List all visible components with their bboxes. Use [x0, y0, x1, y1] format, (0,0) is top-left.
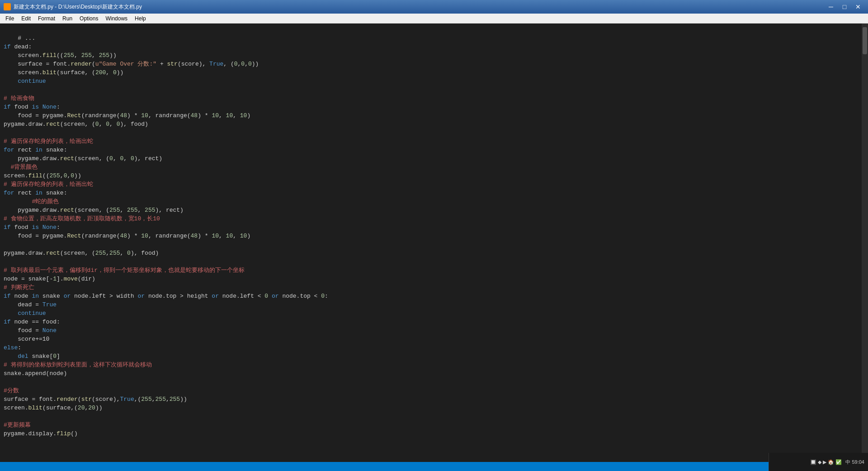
menu-help[interactable]: Help	[131, 14, 150, 23]
scrollbar-thumb[interactable]	[863, 27, 867, 54]
menu-run[interactable]: Run	[59, 14, 76, 23]
menubar: File Edit Format Run Options Windows Hel…	[0, 14, 868, 24]
titlebar: 新建文本文档.py - D:\Users\Desktop\新建文本文档.py ─…	[0, 0, 868, 14]
scrollbar-vertical[interactable]	[862, 24, 868, 462]
menu-format[interactable]: Format	[34, 14, 59, 23]
code-content: # ... if dead: screen.fill((255, 255, 25…	[0, 25, 868, 447]
minimize-button[interactable]: ─	[825, 2, 837, 12]
window-controls[interactable]: ─ □ ✕	[825, 2, 864, 12]
close-button[interactable]: ✕	[852, 2, 864, 12]
system-tray: 🔲 ◆ ▶ 🏠 ✅ 中 59:04	[769, 453, 868, 471]
maximize-button[interactable]: □	[838, 2, 851, 12]
app-icon	[4, 3, 11, 10]
menu-windows[interactable]: Windows	[102, 14, 131, 23]
system-tray-time: 中 59:04	[845, 459, 864, 466]
system-tray-icons: 🔲 ◆ ▶ 🏠 ✅	[810, 459, 842, 465]
menu-file[interactable]: File	[2, 14, 18, 23]
statusbar: Ln: 59, Col: 5	[0, 462, 868, 471]
menu-edit[interactable]: Edit	[18, 14, 34, 23]
code-editor[interactable]: # ... if dead: screen.fill((255, 255, 25…	[0, 24, 868, 462]
window-title: 新建文本文档.py - D:\Users\Desktop\新建文本文档.py	[14, 3, 825, 11]
menu-options[interactable]: Options	[76, 14, 102, 23]
